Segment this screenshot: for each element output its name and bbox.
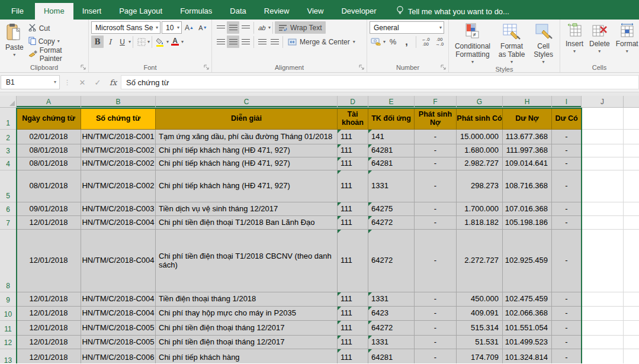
cell-description[interactable]: Chi phí tiếp khách hàng (HĐ 471, 927) xyxy=(156,144,338,157)
cell-debit[interactable]: - xyxy=(415,292,457,307)
cell-balance-credit[interactable]: - xyxy=(552,321,582,336)
cell-account[interactable]: 111 xyxy=(338,321,368,336)
cell-debit[interactable]: - xyxy=(415,144,457,157)
tab-file[interactable]: File xyxy=(0,3,35,20)
cell-debit[interactable]: - xyxy=(415,230,457,292)
row-header[interactable]: 1 xyxy=(0,108,17,130)
cell-account[interactable]: 111 xyxy=(338,157,368,170)
decrease-decimal-button[interactable]: .00 →.0 xyxy=(433,36,446,48)
increase-font-size-button[interactable]: A▲ xyxy=(183,21,195,34)
font-size-combobox[interactable]: 10 ▾ xyxy=(162,21,182,34)
cell-opp-account[interactable]: 64275 xyxy=(368,202,415,216)
cell-credit[interactable]: 174.709 xyxy=(457,349,503,363)
cell-balance-debit[interactable]: 108.716.368 xyxy=(503,170,552,202)
insert-function-icon[interactable]: fx xyxy=(105,78,121,87)
cell-credit[interactable]: 2.982.727 xyxy=(457,157,503,170)
wrap-text-button[interactable]: Wrap Text xyxy=(275,21,326,34)
cell-empty[interactable] xyxy=(582,202,624,216)
row-header[interactable]: 13 xyxy=(0,349,17,363)
cell-balance-credit[interactable]: - xyxy=(552,130,582,144)
cell-debit[interactable]: - xyxy=(415,307,457,321)
formula-input[interactable]: Số chứng từ xyxy=(121,75,639,89)
cell-empty[interactable] xyxy=(582,170,624,202)
cell-empty[interactable] xyxy=(582,336,624,349)
cancel-icon[interactable]: ✕ xyxy=(75,78,90,87)
cell-balance-debit[interactable]: 102.925.459 xyxy=(503,230,552,292)
cell-date[interactable]: 12/01/2018 xyxy=(17,336,81,349)
row-header[interactable]: 12 xyxy=(0,336,17,349)
name-box-caret[interactable]: ▾ xyxy=(54,80,56,84)
header-cell-8[interactable]: Dư Nợ xyxy=(503,108,552,130)
paste-dropdown-caret[interactable]: ▾ xyxy=(13,53,15,57)
copy-dropdown-caret[interactable]: ▾ xyxy=(57,40,60,43)
cell-empty[interactable] xyxy=(624,144,639,157)
cell-empty[interactable] xyxy=(624,321,639,336)
cell-empty[interactable] xyxy=(582,307,624,321)
enter-check-icon[interactable]: ✓ xyxy=(90,78,105,87)
cell-balance-debit[interactable]: 101.324.814 xyxy=(503,349,552,363)
cell-description[interactable]: Chi phí tiền điện thoại T1/2018 CBCNV (t… xyxy=(156,230,338,292)
underline-dropdown-caret[interactable]: ▾ xyxy=(129,40,131,44)
cell-credit[interactable]: 1.700.000 xyxy=(457,202,503,216)
cell-description[interactable]: Chi phí tiền điện thoại T1/2018 Ban Lãnh… xyxy=(156,216,338,230)
cell-balance-credit[interactable]: - xyxy=(552,144,582,157)
select-all-corner[interactable] xyxy=(0,96,17,108)
cell-date[interactable]: 08/01/2018 xyxy=(17,157,81,170)
conditional-formatting-button[interactable]: ≠ Conditional Formatting ▾ xyxy=(451,21,494,66)
accounting-format-button[interactable] xyxy=(370,36,382,48)
tab-view[interactable]: View xyxy=(298,3,332,20)
cell-balance-credit[interactable]: - xyxy=(552,157,582,170)
cell-description[interactable]: Chi phí tiếp khách hàng (HĐ 471, 927) xyxy=(156,170,338,202)
delete-dropdown-caret[interactable]: ▾ xyxy=(598,50,601,53)
cell-empty[interactable] xyxy=(582,321,624,336)
cell-date[interactable]: 12/01/2018 xyxy=(17,321,81,336)
tab-insert[interactable]: Insert xyxy=(73,3,111,20)
format-dropdown-caret[interactable]: ▾ xyxy=(626,50,628,53)
cell-date[interactable]: 12/01/2018 xyxy=(17,216,81,230)
font-name-combobox[interactable]: Microsoft Sans Se ▾ xyxy=(91,21,160,34)
cell-balance-credit[interactable]: - xyxy=(552,349,582,363)
conditional-formatting-caret[interactable]: ▾ xyxy=(471,60,474,64)
row-header[interactable]: 10 xyxy=(0,307,17,321)
cell-opp-account[interactable]: 1331 xyxy=(368,292,415,307)
cell-date[interactable]: 08/01/2018 xyxy=(17,144,81,157)
font-color-dropdown-caret[interactable]: ▾ xyxy=(181,40,184,44)
cell-debit[interactable]: - xyxy=(415,202,457,216)
cell-balance-credit[interactable]: - xyxy=(552,307,582,321)
cell-empty[interactable] xyxy=(624,307,639,321)
cell-balance-credit[interactable]: - xyxy=(552,170,582,202)
format-as-table-caret[interactable]: ▾ xyxy=(510,60,513,64)
decrease-indent-button[interactable] xyxy=(256,36,268,48)
header-cell-4[interactable]: Tài khoản xyxy=(338,108,368,130)
cell-styles-caret[interactable]: ▾ xyxy=(542,60,545,64)
cell-empty[interactable] xyxy=(582,216,624,230)
cell-credit[interactable]: 51.531 xyxy=(457,336,503,349)
cell-empty[interactable] xyxy=(624,108,639,130)
accounting-dropdown-caret[interactable]: ▾ xyxy=(383,40,386,44)
tab-data[interactable]: Data xyxy=(221,3,255,20)
center-button[interactable] xyxy=(227,36,239,48)
header-cell-active-2[interactable]: Số chứng từ xyxy=(81,108,156,130)
cell-debit[interactable]: - xyxy=(415,130,457,144)
cell-credit[interactable]: 450.000 xyxy=(457,292,503,307)
cell-account[interactable]: 111 xyxy=(338,349,368,363)
cell-empty[interactable] xyxy=(624,230,639,292)
tab-page-layout[interactable]: Page Layout xyxy=(110,3,171,20)
cell-balance-debit[interactable]: 102.475.459 xyxy=(503,292,552,307)
cell-debit[interactable]: - xyxy=(415,336,457,349)
cell-description[interactable]: Tạm ứng xăng dầu, phí cầu đường Tháng 01… xyxy=(156,130,338,144)
cell-balance-credit[interactable]: - xyxy=(552,336,582,349)
cell-debit[interactable]: - xyxy=(415,349,457,363)
header-cell-1[interactable]: Ngày chứng từ xyxy=(17,108,81,130)
cell-doc-no[interactable]: HN/TM/C/2018-C004 xyxy=(81,216,156,230)
cell-opp-account[interactable]: 64281 xyxy=(368,349,415,363)
row-header[interactable]: 2 xyxy=(0,130,17,144)
cell-balance-debit[interactable]: 105.198.186 xyxy=(503,216,552,230)
cell-balance-credit[interactable]: - xyxy=(552,216,582,230)
column-header-J[interactable]: J xyxy=(582,96,624,108)
cell-doc-no[interactable]: HN/TM/C/2018-C002 xyxy=(81,144,156,157)
cell-account[interactable]: 111 xyxy=(338,216,368,230)
cell-date[interactable]: 02/01/2018 xyxy=(17,130,81,144)
cell-credit[interactable]: 1.680.000 xyxy=(457,144,503,157)
cell-opp-account[interactable]: 6423 xyxy=(368,307,415,321)
